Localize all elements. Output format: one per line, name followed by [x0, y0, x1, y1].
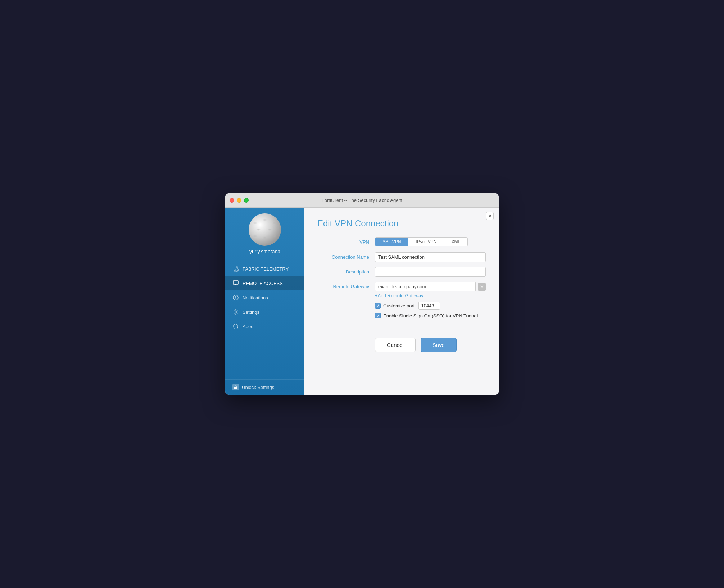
description-row: Description: [317, 267, 486, 277]
description-input[interactable]: [375, 267, 486, 277]
avatar: [249, 213, 281, 246]
close-traffic-light[interactable]: [230, 198, 234, 203]
maximize-traffic-light[interactable]: [244, 198, 249, 203]
remote-gateway-row: Remote Gateway ✕ +Add Remote Gateway Cus…: [317, 282, 486, 318]
gateway-clear-button[interactable]: ✕: [478, 283, 486, 291]
wrench-icon: [232, 266, 239, 272]
remote-gateway-control: ✕ +Add Remote Gateway Customize port: [375, 282, 486, 318]
customize-port-row: Customize port: [375, 302, 486, 310]
sidebar-item-about-label: About: [243, 324, 255, 329]
username: yuriy.smetana: [249, 249, 280, 254]
vpn-type-row: VPN SSL-VPN IPsec VPN XML: [317, 237, 486, 246]
sidebar-item-notifications[interactable]: ! Notifications: [225, 290, 304, 305]
svg-text:!: !: [235, 296, 236, 300]
remote-gateway-input[interactable]: [375, 282, 476, 291]
svg-point-5: [235, 311, 237, 313]
sidebar-item-fabric-telemetry[interactable]: FABRIC TELEMETRY: [225, 262, 304, 276]
minimize-traffic-light[interactable]: [237, 198, 241, 203]
sso-row: Enable Single Sign On (SSO) for VPN Tunn…: [375, 313, 486, 318]
app-window: FortiClient -- The Security Fabric Agent…: [225, 193, 499, 395]
gateway-input-row: ✕: [375, 282, 486, 291]
vpn-type-label: VPN: [317, 239, 375, 245]
window-title: FortiClient -- The Security Fabric Agent: [322, 198, 402, 203]
traffic-lights: [230, 198, 249, 203]
sidebar-item-remote-access[interactable]: REMOTE ACCESS: [225, 276, 304, 290]
close-button[interactable]: ✕: [486, 212, 494, 220]
app-body: yuriy.smetana FABRIC TELEMETRY: [225, 208, 499, 395]
tab-xml[interactable]: XML: [444, 238, 467, 246]
sidebar-nav: FABRIC TELEMETRY REMOTE ACCESS: [225, 262, 304, 334]
vpn-tabs: SSL-VPN IPsec VPN XML: [375, 237, 468, 246]
sidebar-item-about[interactable]: About: [225, 319, 304, 334]
tab-ipsec-vpn[interactable]: IPsec VPN: [408, 238, 444, 246]
sidebar-item-remote-access-label: REMOTE ACCESS: [243, 281, 283, 286]
gear-icon: [232, 309, 239, 315]
connection-name-control: [375, 252, 486, 262]
customize-port-label: Customize port: [383, 303, 415, 308]
port-input[interactable]: [418, 302, 440, 310]
sidebar: yuriy.smetana FABRIC TELEMETRY: [225, 208, 304, 395]
unlock-settings-label: Unlock Settings: [242, 385, 274, 390]
unlock-settings-button[interactable]: Unlock Settings: [225, 379, 304, 395]
lock-icon: [232, 384, 239, 390]
action-row: Cancel Save: [375, 338, 486, 352]
sso-label: Enable Single Sign On (SSO) for VPN Tunn…: [383, 313, 478, 318]
svg-rect-2: [235, 284, 236, 285]
titlebar: FortiClient -- The Security Fabric Agent: [225, 193, 499, 208]
form-section: VPN SSL-VPN IPsec VPN XML Connection Nam…: [317, 237, 486, 324]
sidebar-item-fabric-telemetry-label: FABRIC TELEMETRY: [243, 266, 289, 272]
tab-ssl-vpn[interactable]: SSL-VPN: [375, 238, 408, 246]
shield-icon: [232, 323, 239, 330]
add-remote-gateway-link[interactable]: +Add Remote Gateway: [375, 293, 424, 298]
cancel-button[interactable]: Cancel: [375, 338, 416, 352]
svg-rect-6: [234, 387, 237, 389]
alert-icon: !: [232, 294, 239, 301]
svg-rect-0: [233, 281, 238, 284]
sso-checkbox[interactable]: [375, 313, 381, 318]
connection-name-input[interactable]: [375, 252, 486, 262]
main-content: ✕ Edit VPN Connection VPN SSL-VPN IPsec …: [304, 208, 499, 395]
monitor-icon: [232, 280, 239, 286]
description-control: [375, 267, 486, 277]
save-button[interactable]: Save: [421, 338, 457, 352]
remote-gateway-label: Remote Gateway: [317, 282, 375, 289]
sidebar-item-notifications-label: Notifications: [243, 295, 268, 300]
sidebar-item-settings[interactable]: Settings: [225, 305, 304, 319]
connection-name-row: Connection Name: [317, 252, 486, 262]
avatar-container: yuriy.smetana: [249, 213, 281, 254]
description-label: Description: [317, 267, 375, 275]
page-title: Edit VPN Connection: [317, 218, 486, 229]
customize-port-checkbox[interactable]: [375, 303, 381, 309]
connection-name-label: Connection Name: [317, 252, 375, 260]
sidebar-item-settings-label: Settings: [243, 309, 259, 315]
